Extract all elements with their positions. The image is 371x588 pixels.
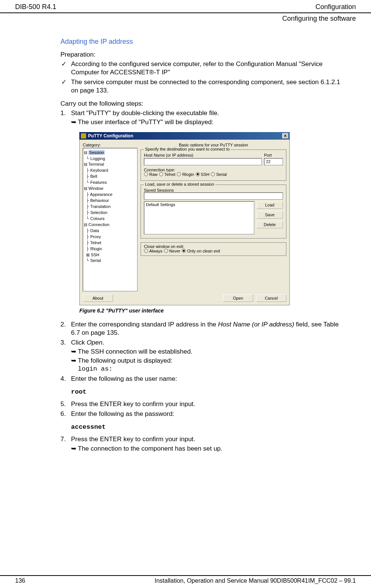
header-right: Configuration xyxy=(315,3,356,11)
category-panel: Category: ⊟ Session └ Logging ⊟ Terminal… xyxy=(83,143,138,291)
save-button[interactable]: Save xyxy=(257,211,283,219)
page-subheader: Configuring the software xyxy=(0,12,371,23)
destination-group: Specify the destination you want to conn… xyxy=(141,149,286,181)
step-4: Enter the following as the user name: xyxy=(60,375,341,383)
preparation-list: According to the configured service comp… xyxy=(60,60,341,95)
putty-titlebar: PuTTY Configuration × xyxy=(79,132,290,140)
step-6: Enter the following as the password: xyxy=(60,410,341,418)
figure-caption: Figure 6.2 "PuTTY" user interface xyxy=(79,308,341,314)
content-area: Adapting the IP address Preparation: Acc… xyxy=(0,23,371,453)
tree-window[interactable]: Window xyxy=(88,186,103,191)
page-footer: 136 Installation, Operation and Service … xyxy=(0,575,371,584)
radio-never[interactable]: Never xyxy=(164,249,180,253)
group-legend: Load, save or delete a stored session xyxy=(144,182,215,186)
load-button[interactable]: Load xyxy=(257,201,283,209)
tree-data[interactable]: Data xyxy=(90,228,99,233)
about-button[interactable]: About xyxy=(83,294,113,302)
delete-button[interactable]: Delete xyxy=(257,221,283,228)
saved-label: Saved Sessions xyxy=(144,188,283,192)
prep-label: Preparation: xyxy=(60,51,341,58)
step-2: Enter the corresponding standard IP addr… xyxy=(60,320,341,337)
session-name-input[interactable] xyxy=(144,192,283,200)
step-result: The SSH connection will be established. xyxy=(71,348,341,356)
radio-always[interactable]: Always xyxy=(144,249,162,253)
group-legend: Specify the destination you want to conn… xyxy=(144,147,231,151)
category-tree[interactable]: ⊟ Session └ Logging ⊟ Terminal ├ Keyboar… xyxy=(83,148,138,291)
dialog-buttons: About Open Cancel xyxy=(83,294,286,302)
window-title: PuTTY Configuration xyxy=(88,133,133,139)
code-input: root xyxy=(71,388,341,396)
tree-session[interactable]: Session xyxy=(88,150,105,155)
page-header: DIB-500 R4.1 Configuration xyxy=(0,0,371,12)
putty-body: Category: ⊟ Session └ Logging ⊟ Terminal… xyxy=(79,140,290,305)
close-label: Close window on exit: xyxy=(144,244,283,249)
step-1: Start "PuTTY" by double-clicking the exe… xyxy=(60,109,341,126)
tree-proxy[interactable]: Proxy xyxy=(90,234,101,239)
radio-raw[interactable]: Raw xyxy=(144,172,158,177)
putty-icon xyxy=(81,133,86,139)
conn-type-radios: Raw Telnet Rlogin SSH Serial xyxy=(144,172,283,177)
tree-selection[interactable]: Selection xyxy=(90,210,107,215)
putty-settings-panel: Basic options for your PuTTY session Spe… xyxy=(141,143,286,291)
sessions-group: Load, save or delete a stored session Sa… xyxy=(141,185,286,239)
code-output: login as: xyxy=(78,365,341,373)
radio-rlogin[interactable]: Rlogin xyxy=(177,172,194,177)
page-number: 136 xyxy=(15,577,25,584)
category-label: Category: xyxy=(83,143,138,147)
code-input: accessnet xyxy=(71,423,341,431)
tree-colours[interactable]: Colours xyxy=(90,216,105,221)
carry-label: Carry out the following steps: xyxy=(60,100,341,108)
tree-logging[interactable]: Logging xyxy=(90,156,105,161)
steps-list-cont2: Press the ENTER key to confirm your inpu… xyxy=(60,400,341,418)
close-group: Close window on exit: Always Never Only … xyxy=(141,242,286,256)
tree-behaviour[interactable]: Behaviour xyxy=(90,198,109,203)
check-item: According to the configured service comp… xyxy=(60,60,341,77)
tree-keyboard[interactable]: Keyboard xyxy=(90,168,108,172)
tree-appearance[interactable]: Appearance xyxy=(90,192,112,197)
check-item: The service computer must be connected t… xyxy=(60,78,341,95)
sessions-list[interactable]: Default Settings xyxy=(144,201,254,234)
step-3: Click Open. The SSH connection will be e… xyxy=(60,339,341,373)
step-result: The connection to the component has been… xyxy=(71,445,341,453)
tree-terminal[interactable]: Terminal xyxy=(88,162,104,166)
tree-ssh[interactable]: SSH xyxy=(91,252,99,257)
tree-translation[interactable]: Translation xyxy=(90,204,111,209)
tree-serial[interactable]: Serial xyxy=(90,258,101,263)
port-label: Port xyxy=(264,153,283,157)
cancel-button[interactable]: Cancel xyxy=(256,294,286,302)
header-left: DIB-500 R4.1 xyxy=(15,3,56,11)
radio-serial[interactable]: Serial xyxy=(211,172,227,177)
step-7: Press the ENTER key to confirm your inpu… xyxy=(60,435,341,453)
session-item[interactable]: Default Settings xyxy=(146,202,252,207)
port-input[interactable]: 22 xyxy=(264,158,283,165)
step-result: The following output is displayed: xyxy=(71,357,341,365)
tree-bell[interactable]: Bell xyxy=(90,174,97,179)
host-label: Host Name (or IP address) xyxy=(144,153,262,157)
radio-ssh[interactable]: SSH xyxy=(196,172,210,177)
footer-text: Installation, Operation and Service Manu… xyxy=(155,577,356,584)
putty-screenshot: PuTTY Configuration × Category: ⊟ Sessio… xyxy=(79,132,290,305)
tree-telnet[interactable]: Telnet xyxy=(90,240,101,245)
open-button[interactable]: Open xyxy=(223,294,253,302)
step-result: The user interface of "PuTTY" will be di… xyxy=(71,118,341,126)
step-5: Press the ENTER key to confirm your inpu… xyxy=(60,400,341,408)
conn-type-label: Connection type: xyxy=(144,168,283,172)
close-icon[interactable]: × xyxy=(282,133,288,139)
tree-rlogin[interactable]: Rlogin xyxy=(90,246,102,251)
radio-clean[interactable]: Only on clean exit xyxy=(182,249,220,253)
steps-list-cont3: Press the ENTER key to confirm your inpu… xyxy=(60,435,341,453)
tree-features[interactable]: Features xyxy=(90,180,107,185)
radio-telnet[interactable]: Telnet xyxy=(159,172,175,177)
step-text: Start "PuTTY" by double-clicking the exe… xyxy=(71,109,219,117)
tree-connection[interactable]: Connection xyxy=(88,222,110,227)
section-title: Adapting the IP address xyxy=(60,38,341,46)
steps-list: Start "PuTTY" by double-clicking the exe… xyxy=(60,109,341,126)
steps-list-cont: Enter the corresponding standard IP addr… xyxy=(60,320,341,383)
host-input[interactable] xyxy=(144,158,262,165)
